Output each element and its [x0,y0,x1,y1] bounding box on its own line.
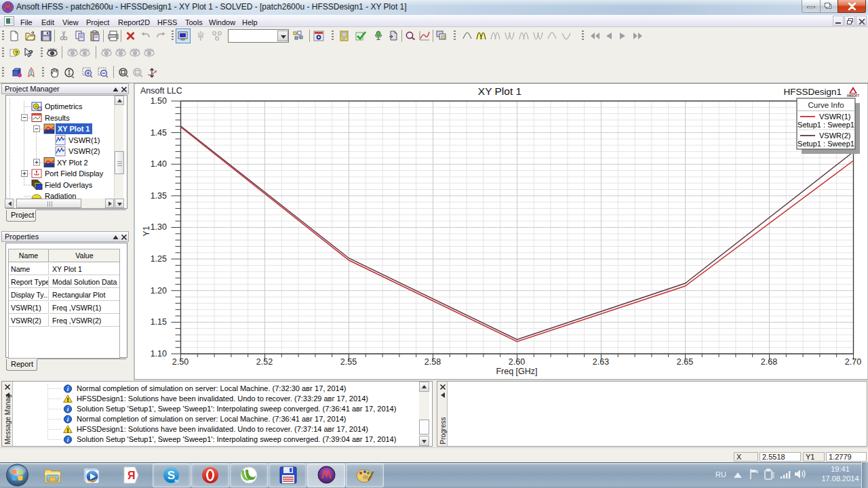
svg-text:Solution Setup 'Setup1', Sweep: Solution Setup 'Setup1', Sweep 'Sweep1':… [77,435,396,443]
svg-text:1.25: 1.25 [151,254,167,264]
svg-text:2.50: 2.50 [172,357,189,367]
svg-text:2.65: 2.65 [677,357,693,367]
svg-text:ANSOFT: ANSOFT [847,94,860,98]
svg-text:Solution Setup 'Setup1', Sweep: Solution Setup 'Setup1', Sweep 'Sweep1':… [77,405,396,413]
svg-text:HFSSDesign1: HFSSDesign1 [783,87,842,97]
svg-text:Normal completion of simulatio: Normal completion of simulation on serve… [77,415,347,423]
svg-text:1.15: 1.15 [151,317,167,327]
svg-text:Port Field Display: Port Field Display [45,169,104,178]
svg-text:1.10: 1.10 [151,349,167,359]
svg-text:2.52: 2.52 [256,357,273,367]
svg-text:1.30: 1.30 [151,222,167,232]
svg-text:!: ! [67,427,69,434]
svg-text:?: ? [28,49,33,57]
svg-text:1.40: 1.40 [151,159,167,169]
svg-text:Freq [GHz]: Freq [GHz] [496,367,537,376]
svg-text:XY Plot 2: XY Plot 2 [57,159,88,167]
svg-text:Results: Results [45,114,70,122]
svg-text:Normal completion of simulatio: Normal completion of simulation on serve… [77,384,347,392]
svg-text:Y1: Y1 [142,226,151,236]
svg-text:2.70: 2.70 [845,357,861,367]
svg-text:Ansoft LLC: Ansoft LLC [140,86,182,96]
svg-text:1.45: 1.45 [151,128,167,138]
svg-text:VSWR(1): VSWR(1) [819,113,850,121]
svg-text:2.63: 2.63 [593,357,609,367]
svg-text:VSWR(2): VSWR(2) [68,147,100,155]
svg-text:S: S [167,469,175,482]
svg-text:HFSSDesign1: Solutions have be: HFSSDesign1: Solutions have been invalid… [77,425,368,433]
svg-text:Setup1 : Sweep1: Setup1 : Sweep1 [797,140,854,148]
svg-text:1.20: 1.20 [151,286,167,296]
svg-text:2.55: 2.55 [340,357,357,367]
svg-text:Setup1 : Sweep1: Setup1 : Sweep1 [797,121,854,129]
svg-text:HFSSDesign1: Solutions have be: HFSSDesign1: Solutions have been invalid… [77,394,368,403]
svg-text:1.35: 1.35 [151,191,167,201]
svg-text:1.50: 1.50 [151,96,167,106]
svg-text:!: ! [67,396,69,403]
svg-text:?: ? [14,49,18,56]
svg-text:2.60: 2.60 [509,357,525,367]
svg-text:Curve Info: Curve Info [808,101,844,109]
svg-text:2.58: 2.58 [425,357,441,367]
svg-text:2.68: 2.68 [761,357,777,367]
svg-text:Optimetrics: Optimetrics [45,102,83,110]
svg-text:VSWR(2): VSWR(2) [819,131,850,140]
svg-text:XY Plot 1: XY Plot 1 [58,125,90,133]
svg-text:Я: Я [127,470,136,481]
svg-text:VSWR(1): VSWR(1) [68,136,100,144]
svg-text:Field Overlays: Field Overlays [45,181,93,189]
svg-text:XY Plot 1: XY Plot 1 [478,85,521,97]
